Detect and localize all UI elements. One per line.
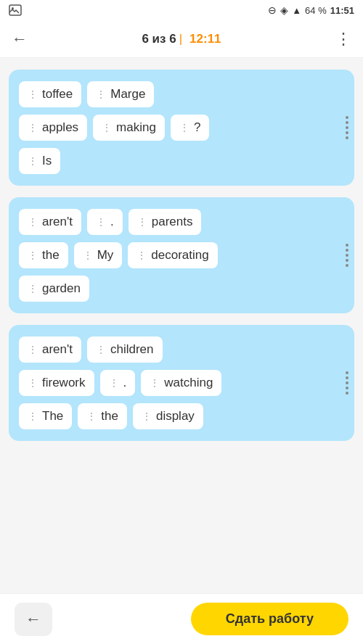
bottom-bar: ← Сдать работу (0, 593, 363, 644)
word-card-1: toffee Marge apples making ? Is (9, 70, 354, 186)
battery-label: 64 % (305, 5, 327, 16)
nav-separator: | (179, 32, 182, 46)
more-options-button[interactable]: ⋮ (335, 30, 351, 49)
word-chip-arent-2[interactable]: aren't (19, 337, 81, 363)
submit-button[interactable]: Сдать работу (191, 603, 348, 635)
word-chip-dot-1[interactable]: . (87, 209, 123, 235)
word-chip-garden[interactable]: garden (19, 276, 89, 302)
nav-back-button[interactable]: ← (12, 30, 28, 49)
word-row-1-2: Is (19, 148, 344, 174)
minus-icon: ⊖ (268, 4, 277, 16)
word-chip-making[interactable]: making (93, 115, 165, 141)
word-chip-firework[interactable]: firework (19, 370, 94, 396)
nav-center: 6 из 6 | 12:11 (142, 32, 221, 46)
drag-handle-1 (346, 116, 348, 139)
word-chip-marge[interactable]: Marge (87, 81, 154, 107)
word-chip-display[interactable]: display (133, 403, 203, 429)
image-icon (9, 4, 22, 16)
question-counter: 6 из 6 (142, 32, 176, 46)
main-content: toffee Marge apples making ? Is aren't .… (0, 58, 363, 593)
status-right-icons: ⊖ ◈ ▲ 64 % 11:51 (268, 4, 354, 16)
word-chip-the-cap[interactable]: The (19, 403, 72, 429)
word-chip-parents[interactable]: parents (129, 209, 202, 235)
word-card-3: aren't children firework . watching The … (9, 325, 354, 441)
word-chip-my[interactable]: My (74, 242, 123, 268)
word-row-2-0: aren't . parents (19, 209, 344, 235)
drag-handle-2 (346, 244, 348, 267)
word-chip-apples[interactable]: apples (19, 115, 87, 141)
word-card-2: aren't . parents the My decorating garde… (9, 197, 354, 313)
word-row-3-0: aren't children (19, 337, 344, 363)
status-bar: ⊖ ◈ ▲ 64 % 11:51 (0, 0, 363, 20)
word-chip-the-2[interactable]: the (78, 403, 127, 429)
word-chip-question[interactable]: ? (171, 115, 209, 141)
word-chip-arent-1[interactable]: aren't (19, 209, 81, 235)
word-chip-the-1[interactable]: the (19, 242, 68, 268)
word-chip-is[interactable]: Is (19, 148, 60, 174)
status-left-icons (9, 4, 22, 16)
word-row-1-0: toffee Marge (19, 81, 344, 107)
word-row-1-1: apples making ? (19, 115, 344, 141)
word-chip-watching[interactable]: watching (141, 370, 221, 396)
bottom-back-button[interactable]: ← (15, 603, 52, 636)
word-rows-1: toffee Marge apples making ? Is (19, 81, 344, 174)
word-row-2-1: the My decorating (19, 242, 344, 268)
wifi-icon: ◈ (280, 4, 288, 16)
word-chip-dot-2[interactable]: . (100, 370, 136, 396)
word-row-2-2: garden (19, 276, 344, 302)
word-rows-3: aren't children firework . watching The … (19, 337, 344, 429)
word-row-3-1: firework . watching (19, 370, 344, 396)
drag-handle-3 (346, 371, 348, 395)
word-chip-children[interactable]: children (87, 337, 163, 363)
word-row-3-2: The the display (19, 403, 344, 429)
word-chip-toffee[interactable]: toffee (19, 81, 81, 107)
word-chip-decorating[interactable]: decorating (128, 242, 217, 268)
clock-label: 11:51 (330, 5, 354, 16)
word-rows-2: aren't . parents the My decorating garde… (19, 209, 344, 302)
signal-icon: ▲ (292, 5, 301, 16)
nav-bar: ← 6 из 6 | 12:11 ⋮ (0, 20, 363, 58)
countdown-timer: 12:11 (189, 32, 221, 46)
